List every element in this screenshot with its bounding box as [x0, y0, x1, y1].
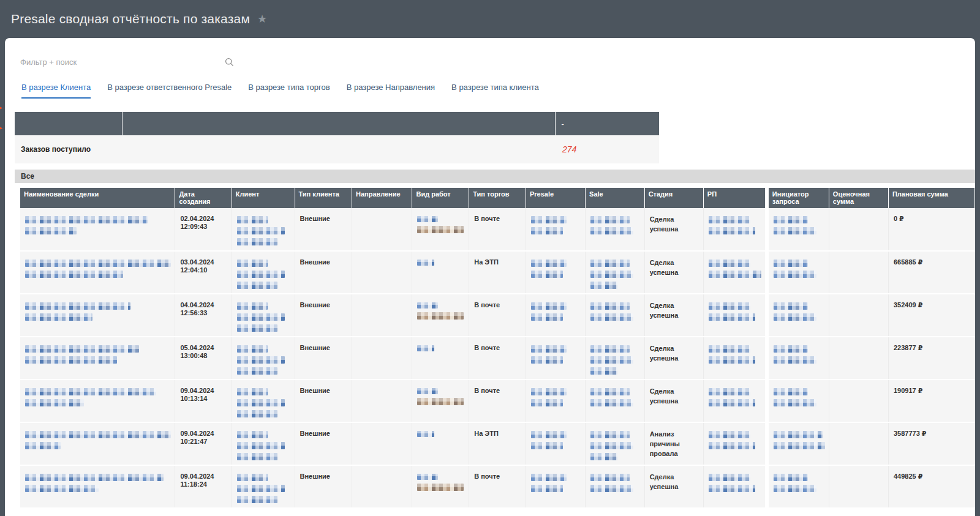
deal-name-cell [20, 208, 175, 251]
sale-cell [586, 337, 645, 380]
direction-cell [352, 208, 412, 251]
redacted-text [531, 356, 563, 364]
column-header-12[interactable]: Инициатор запроса [767, 188, 829, 208]
client-cell [232, 294, 295, 337]
trade-type-cell: В почте [469, 465, 526, 508]
column-header-6[interactable]: Вид работ [412, 188, 469, 208]
presale-cell [526, 465, 585, 508]
table-row[interactable]: 04.04.202412:56:33 Внешние В почте Сделк… [20, 294, 975, 337]
redacted-text [531, 302, 567, 310]
table-row[interactable]: 05.04.202413:00:48 Внешние В почте Сделк… [20, 337, 975, 380]
work-type-cell [412, 251, 469, 294]
request-initiator-cell [767, 337, 829, 380]
table-row[interactable]: 02.04.202412:09:43 Внешние В почте Сделк… [20, 208, 975, 251]
redacted-text [709, 399, 755, 406]
redacted-text [709, 345, 750, 353]
stage-cell: Сделка успешна [644, 294, 703, 337]
column-header-5[interactable]: Направление [352, 188, 412, 208]
column-header-7[interactable]: Тип торгов [469, 188, 526, 208]
table-row[interactable]: 09.04.202410:21:47 Внешние На ЭТП Анализ… [20, 422, 975, 465]
work-type-cell [412, 422, 469, 465]
redacted-text [531, 313, 563, 321]
redacted-text [237, 453, 277, 460]
column-header-4[interactable]: Тип клиента [295, 188, 352, 208]
tab-2[interactable]: В разрезе ответственного Presale [107, 83, 232, 99]
summary-header-empty-2 [122, 112, 555, 135]
table-row[interactable]: 09.04.202410:13:14 Внешние В почте Сделк… [20, 380, 975, 422]
column-header-14[interactable]: Плановая сумма [888, 188, 974, 208]
sale-cell [586, 380, 645, 422]
redacted-text [590, 216, 630, 223]
favorite-star-icon[interactable]: ★ [257, 12, 267, 26]
group-header-all[interactable]: Все [15, 170, 975, 183]
estimated-sum-cell [829, 251, 888, 294]
summary-header-dash: - [555, 112, 659, 135]
redacted-text [590, 271, 633, 278]
redacted-text [709, 216, 750, 223]
client-cell [232, 380, 295, 422]
client-type-cell: Внешние [295, 251, 352, 294]
redacted-text [774, 271, 816, 278]
redacted-text [237, 474, 268, 481]
deal-name-cell [20, 294, 175, 337]
tab-5[interactable]: В разрезе типа клиента [451, 83, 539, 99]
column-header-11[interactable]: РП [703, 188, 767, 208]
column-header-8[interactable]: Presale [526, 188, 585, 208]
column-header-10[interactable]: Стадия [644, 188, 703, 208]
trade-type-cell: На ЭТП [469, 422, 526, 465]
redacted-text [709, 474, 750, 481]
redacted-text [25, 313, 92, 321]
column-header-13[interactable]: Оценочная сумма [829, 188, 888, 208]
orders-count-value[interactable]: 274 [555, 135, 659, 163]
redacted-text [25, 356, 117, 364]
project-manager-cell [703, 465, 767, 508]
search-icon[interactable] [225, 58, 234, 67]
column-header-3[interactable]: Клиент [232, 188, 295, 208]
project-manager-cell [703, 208, 767, 251]
redacted-text [25, 302, 130, 310]
table-row[interactable]: 03.04.202412:04:10 Внешние На ЭТП Сделка… [20, 251, 975, 294]
planned-sum-cell: 0 ₽ [888, 208, 974, 251]
orders-table-body: 02.04.202412:09:43 Внешние В почте Сделк… [20, 208, 975, 508]
presale-cell [526, 294, 585, 337]
tab-3[interactable]: В разрезе типа торгов [248, 83, 330, 99]
redacted-text [237, 442, 285, 449]
redacted-text [25, 485, 99, 492]
redacted-text [774, 227, 816, 234]
stage-cell: Сделка успешна [644, 251, 703, 294]
tab-4[interactable]: В разрезе Направления [347, 83, 435, 99]
work-type-cell [412, 294, 469, 337]
stage-cell: Сделка успешна [644, 337, 703, 380]
column-header-2[interactable]: Дата создания [175, 188, 232, 208]
direction-cell [352, 337, 412, 380]
direction-cell [352, 294, 412, 337]
table-row[interactable]: 09.04.202411:18:24 Внешние В почте Сделк… [20, 465, 975, 508]
report-card: В разрезе КлиентаВ разрезе ответственног… [5, 38, 975, 516]
created-date-cell: 02.04.202412:09:43 [175, 208, 232, 251]
redacted-text [237, 216, 268, 223]
trade-type-cell: В почте [469, 208, 526, 251]
presale-cell [526, 337, 585, 380]
redacted-text [237, 388, 268, 395]
redacted-text [237, 431, 268, 438]
client-type-cell: Внешние [295, 380, 352, 422]
redacted-text [417, 302, 438, 308]
column-header-9[interactable]: Sale [586, 188, 645, 208]
redacted-text [237, 485, 285, 492]
estimated-sum-cell [829, 422, 888, 465]
redacted-text [531, 345, 567, 353]
redacted-text [774, 216, 808, 223]
redacted-text [531, 442, 563, 449]
redacted-text [590, 313, 633, 321]
redacted-text [709, 485, 755, 492]
stage-cell: Сделка успешна [644, 465, 703, 508]
redacted-text [531, 431, 567, 438]
redacted-text [417, 312, 464, 320]
filter-search-input[interactable] [20, 58, 222, 67]
sale-cell [586, 294, 645, 337]
summary-row: Заказов поступило 274 [15, 135, 659, 163]
column-header-1[interactable]: Наименование сделки [20, 188, 175, 208]
estimated-sum-cell [829, 294, 888, 337]
project-manager-cell [703, 294, 767, 337]
tab-1[interactable]: В разрезе Клиента [21, 83, 91, 99]
